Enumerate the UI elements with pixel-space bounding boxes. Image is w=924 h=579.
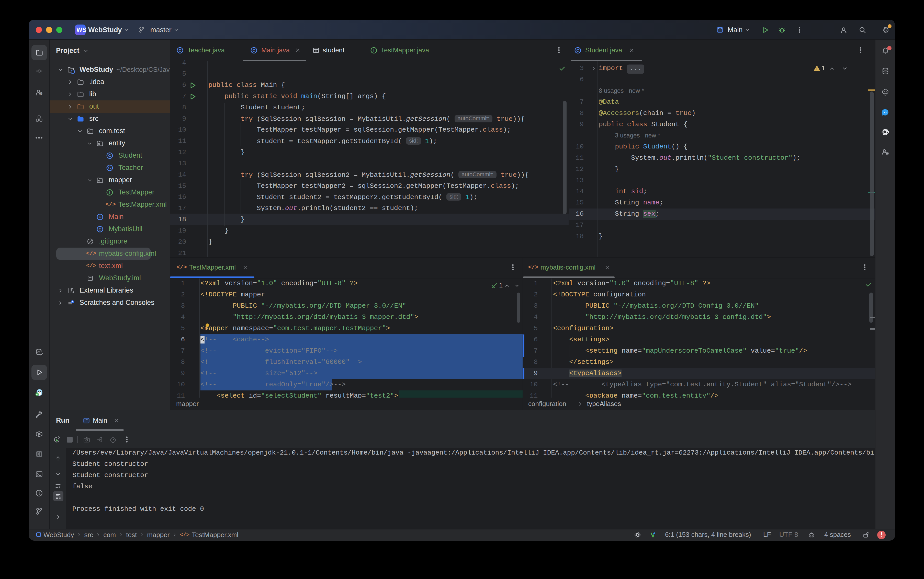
- svg-text:?: ?: [40, 92, 42, 95]
- svg-text:C: C: [577, 48, 579, 52]
- svg-text:C: C: [108, 165, 111, 170]
- svg-text:C: C: [252, 48, 256, 52]
- svg-text:I: I: [109, 190, 110, 195]
- svg-text:C: C: [108, 153, 111, 158]
- svg-text:C: C: [179, 48, 182, 52]
- svg-text:C: C: [99, 227, 102, 231]
- svg-text:I: I: [373, 48, 374, 52]
- svg-text:C: C: [99, 214, 102, 219]
